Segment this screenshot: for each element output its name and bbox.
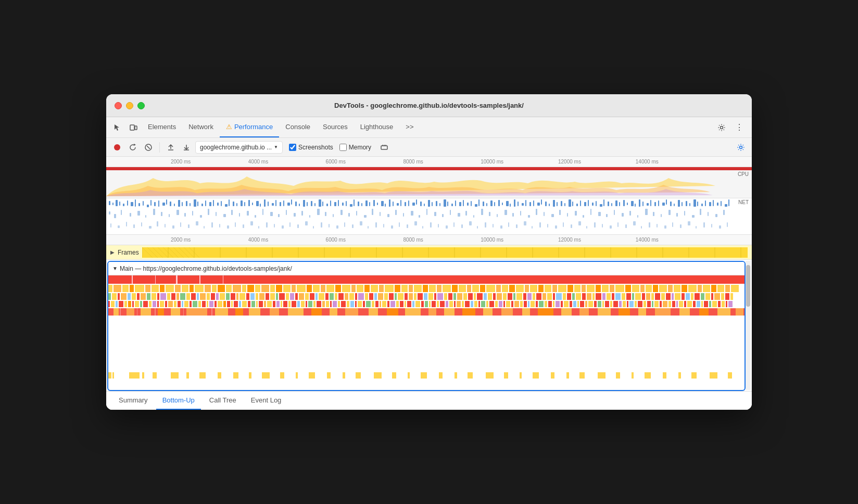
svg-rect-474 bbox=[152, 293, 156, 300]
svg-rect-258 bbox=[110, 223, 111, 228]
svg-rect-111 bbox=[471, 201, 472, 206]
tab-sources[interactable]: Sources bbox=[317, 117, 354, 137]
svg-rect-535 bbox=[453, 293, 456, 300]
tab-elements[interactable]: Elements bbox=[142, 117, 182, 137]
svg-rect-488 bbox=[220, 293, 225, 300]
tab-bottom-up[interactable]: Bottom-Up bbox=[156, 392, 201, 410]
svg-rect-174 bbox=[717, 203, 718, 206]
cursor-icon-btn[interactable] bbox=[110, 120, 125, 135]
svg-rect-18 bbox=[109, 201, 110, 205]
svg-rect-52 bbox=[241, 200, 243, 206]
settings-icon-btn[interactable] bbox=[714, 120, 729, 135]
tab-summary[interactable]: Summary bbox=[112, 392, 154, 410]
main-scrollbar[interactable] bbox=[746, 261, 751, 390]
tab-console[interactable]: Console bbox=[279, 117, 317, 137]
svg-rect-648 bbox=[338, 301, 340, 307]
svg-rect-214 bbox=[387, 214, 389, 217]
svg-rect-817 bbox=[616, 372, 620, 379]
flame-chart[interactable] bbox=[108, 275, 745, 390]
memory-icon-btn[interactable] bbox=[377, 141, 391, 154]
svg-rect-675 bbox=[449, 301, 453, 307]
svg-rect-336 bbox=[719, 225, 721, 229]
tab-event-log[interactable]: Event Log bbox=[245, 392, 288, 410]
svg-rect-19 bbox=[112, 203, 113, 205]
svg-rect-133 bbox=[557, 202, 558, 206]
frames-expand-icon[interactable]: ▶ bbox=[110, 249, 115, 255]
svg-rect-436 bbox=[530, 285, 537, 292]
net-chart-area[interactable]: NET // Generated inline via SVG - dots p… bbox=[106, 198, 752, 235]
more-icon-btn[interactable]: ⋮ bbox=[732, 120, 747, 135]
svg-rect-602 bbox=[149, 301, 152, 307]
svg-rect-629 bbox=[259, 301, 263, 307]
svg-rect-1 bbox=[135, 126, 137, 130]
svg-rect-801 bbox=[356, 372, 361, 379]
svg-rect-147 bbox=[611, 203, 612, 206]
svg-rect-467 bbox=[118, 293, 120, 300]
svg-rect-581 bbox=[682, 293, 685, 300]
memory-checkbox[interactable] bbox=[339, 144, 347, 151]
tab-more[interactable]: >> bbox=[399, 117, 420, 137]
svg-rect-782 bbox=[717, 308, 730, 316]
minimize-button[interactable] bbox=[126, 102, 133, 109]
close-button[interactable] bbox=[115, 102, 122, 109]
svg-rect-411 bbox=[351, 285, 356, 292]
svg-rect-310 bbox=[516, 224, 518, 228]
svg-rect-148 bbox=[615, 200, 617, 206]
svg-rect-211 bbox=[364, 215, 367, 218]
tab-call-tree[interactable]: Call Tree bbox=[203, 392, 243, 410]
svg-rect-134 bbox=[561, 201, 562, 206]
svg-rect-551 bbox=[533, 293, 535, 300]
screenshots-checkbox-label[interactable]: Screenshots bbox=[289, 144, 333, 151]
tab-network[interactable]: Network bbox=[182, 117, 220, 137]
svg-rect-149 bbox=[619, 202, 620, 206]
svg-rect-320 bbox=[594, 222, 596, 228]
svg-rect-54 bbox=[248, 200, 250, 206]
svg-rect-243 bbox=[614, 210, 615, 215]
upload-button[interactable] bbox=[164, 141, 178, 154]
svg-rect-73 bbox=[322, 201, 323, 206]
download-button[interactable] bbox=[180, 141, 193, 154]
url-selector[interactable]: googlechrome.github.io ... ▼ bbox=[195, 141, 283, 154]
svg-rect-730 bbox=[676, 301, 678, 307]
memory-checkbox-label[interactable]: Memory bbox=[339, 144, 371, 151]
scrollbar-thumb[interactable] bbox=[746, 265, 750, 307]
clear-button[interactable] bbox=[142, 141, 155, 154]
svg-rect-752 bbox=[141, 308, 151, 316]
record-button[interactable] bbox=[110, 141, 124, 154]
svg-rect-264 bbox=[157, 221, 158, 226]
svg-rect-591 bbox=[730, 293, 733, 300]
svg-rect-507 bbox=[316, 293, 318, 300]
svg-rect-122 bbox=[514, 199, 515, 207]
svg-rect-554 bbox=[547, 293, 552, 300]
tab-performance[interactable]: ⚠ Performance bbox=[220, 117, 279, 137]
svg-rect-661 bbox=[390, 301, 395, 307]
svg-rect-571 bbox=[632, 293, 634, 300]
svg-rect-281 bbox=[289, 222, 291, 227]
performance-settings-btn[interactable] bbox=[734, 141, 748, 154]
svg-rect-290 bbox=[360, 221, 362, 225]
svg-rect-772 bbox=[522, 308, 530, 316]
svg-rect-741 bbox=[722, 301, 725, 307]
frames-content[interactable] bbox=[142, 247, 748, 258]
overview-charts: CPU bbox=[106, 167, 752, 235]
svg-rect-137 bbox=[572, 201, 573, 206]
svg-rect-562 bbox=[587, 293, 591, 300]
traffic-lights bbox=[115, 102, 145, 109]
svg-rect-246 bbox=[637, 215, 638, 218]
screenshots-checkbox[interactable] bbox=[289, 144, 296, 151]
svg-rect-224 bbox=[465, 211, 467, 216]
reload-button[interactable] bbox=[126, 141, 140, 154]
svg-rect-338 bbox=[142, 247, 748, 258]
svg-rect-559 bbox=[572, 293, 575, 300]
main-collapse-icon[interactable]: ▼ bbox=[112, 266, 118, 271]
tab-lighthouse[interactable]: Lighthouse bbox=[354, 117, 400, 137]
svg-rect-590 bbox=[725, 293, 729, 300]
cpu-chart-area[interactable]: CPU bbox=[106, 167, 752, 198]
svg-rect-287 bbox=[336, 225, 338, 229]
svg-rect-625 bbox=[242, 301, 247, 307]
svg-rect-653 bbox=[358, 301, 362, 307]
maximize-button[interactable] bbox=[137, 102, 145, 109]
device-icon-btn[interactable] bbox=[126, 120, 141, 135]
clear-icon bbox=[145, 144, 152, 151]
svg-rect-570 bbox=[626, 293, 631, 300]
